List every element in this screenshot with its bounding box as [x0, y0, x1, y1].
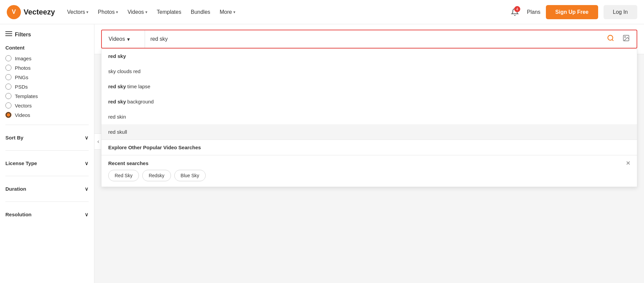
autocomplete-bold-4: red sky: [108, 99, 126, 104]
autocomplete-bold-3: red sky: [108, 84, 126, 89]
content-section-title: Content: [5, 45, 89, 51]
radio-vectors-input[interactable]: [5, 102, 11, 108]
autocomplete-item-4[interactable]: red sky background: [101, 94, 637, 109]
signup-button[interactable]: Sign Up Free: [546, 5, 598, 19]
autocomplete-suffix-4: background: [127, 99, 154, 104]
explore-section: Explore Other Popular Video Searches: [101, 140, 637, 155]
recent-chip-2[interactable]: Redsky: [142, 170, 171, 181]
radio-vectors[interactable]: Vectors: [5, 102, 89, 108]
radio-photos-input[interactable]: [5, 65, 11, 71]
nav-bundles[interactable]: Bundles: [187, 6, 214, 18]
radio-vectors-label: Vectors: [15, 103, 32, 108]
logo[interactable]: V Vecteezy: [7, 5, 55, 19]
radio-images[interactable]: Images: [5, 55, 89, 61]
radio-pngs-input[interactable]: [5, 74, 11, 80]
svg-point-5: [624, 36, 625, 37]
divider-3: [5, 176, 89, 176]
notification-badge: 4: [514, 6, 520, 12]
recent-chip-3[interactable]: Blue Sky: [174, 170, 206, 181]
divider-1: [5, 125, 89, 125]
radio-videos[interactable]: Videos: [5, 112, 89, 118]
image-search-icon: [622, 34, 630, 42]
duration-chevron: ∨: [85, 186, 89, 192]
nav-templates-label: Templates: [157, 9, 181, 15]
resolution-label: Resolution: [5, 212, 32, 217]
sort-by-section[interactable]: Sort By ∨: [5, 130, 89, 145]
autocomplete-text-6: red skull: [108, 129, 127, 135]
resolution-section[interactable]: Resolution ∨: [5, 207, 89, 222]
search-section: Videos ▾: [94, 24, 644, 54]
autocomplete-item-2[interactable]: sky clouds red: [101, 64, 637, 79]
recent-chips: Red Sky Redsky Blue Sky: [101, 170, 637, 187]
license-type-chevron: ∨: [85, 160, 89, 166]
autocomplete-item-1[interactable]: red sky: [101, 49, 637, 64]
svg-point-3: [608, 35, 613, 40]
recent-chip-1[interactable]: Red Sky: [108, 170, 139, 181]
sort-by-chevron: ∨: [85, 134, 89, 141]
radio-photos-label: Photos: [15, 65, 31, 71]
nav-videos-label: Videos: [127, 9, 144, 15]
search-button[interactable]: [603, 32, 618, 46]
divider-2: [5, 150, 89, 151]
radio-videos-label: Videos: [15, 112, 30, 118]
radio-pngs-label: PNGs: [15, 74, 28, 80]
autocomplete-item-3[interactable]: red sky time lapse: [101, 79, 637, 94]
autocomplete-item-5[interactable]: red skin: [101, 109, 637, 124]
autocomplete-text-5: red skin: [108, 114, 126, 120]
image-search-button[interactable]: [618, 32, 634, 46]
content-radio-group: Images Photos PNGs PSDs Templates Vector…: [5, 55, 89, 118]
duration-label: Duration: [5, 186, 26, 192]
autocomplete-item-6[interactable]: red skull: [101, 124, 637, 139]
nav-videos[interactable]: Videos ▾: [123, 6, 151, 18]
radio-pngs[interactable]: PNGs: [5, 74, 89, 80]
duration-section[interactable]: Duration ∨: [5, 182, 89, 196]
content-area: Videos ▾: [94, 24, 644, 283]
autocomplete-dropdown: red sky sky clouds red red sky time laps…: [101, 49, 637, 187]
recent-searches-header: Recent searches ✕: [101, 155, 637, 170]
radio-videos-input[interactable]: [5, 112, 11, 118]
recent-searches-label: Recent searches: [108, 160, 148, 166]
login-button[interactable]: Log In: [604, 5, 637, 19]
radio-templates-input[interactable]: [5, 93, 11, 99]
resolution-chevron: ∨: [85, 211, 89, 218]
header: V Vecteezy Vectors ▾ Photos ▾ Videos ▾ T…: [0, 0, 644, 24]
nav-more[interactable]: More ▾: [216, 6, 239, 18]
search-icon: [607, 34, 614, 42]
nav-more-chevron: ▾: [233, 10, 235, 14]
search-container: Videos ▾: [101, 30, 637, 49]
radio-psds-label: PSDs: [15, 84, 28, 90]
license-type-section[interactable]: License Type ∨: [5, 156, 89, 170]
autocomplete-bold-1: red sky: [108, 53, 126, 59]
radio-psds-input[interactable]: [5, 84, 11, 90]
search-type-select[interactable]: Videos ▾: [105, 30, 145, 48]
main-layout: Filters Content Images Photos PNGs PSDs: [0, 24, 644, 283]
license-type-label: License Type: [5, 160, 37, 166]
sidebar: Filters Content Images Photos PNGs PSDs: [0, 24, 94, 283]
filter-label: Filters: [15, 32, 31, 38]
recent-clear-button[interactable]: ✕: [626, 160, 630, 166]
nav-photos-label: Photos: [98, 9, 115, 15]
nav-bundles-label: Bundles: [191, 9, 210, 15]
radio-templates[interactable]: Templates: [5, 93, 89, 99]
main-nav: Vectors ▾ Photos ▾ Videos ▾ Templates Bu…: [63, 6, 239, 18]
nav-photos[interactable]: Photos ▾: [94, 6, 122, 18]
divider-4: [5, 201, 89, 202]
nav-photos-chevron: ▾: [116, 10, 118, 14]
radio-images-input[interactable]: [5, 55, 11, 61]
radio-photos[interactable]: Photos: [5, 65, 89, 71]
radio-psds[interactable]: PSDs: [5, 84, 89, 90]
nav-videos-chevron: ▾: [145, 10, 147, 14]
nav-templates[interactable]: Templates: [153, 6, 185, 18]
filter-header: Filters: [5, 31, 89, 38]
sort-by-label: Sort By: [5, 135, 23, 140]
nav-vectors[interactable]: Vectors ▾: [63, 6, 92, 18]
logo-icon: V: [7, 5, 21, 19]
search-type-chevron: ▾: [127, 36, 130, 42]
search-type-label: Videos: [109, 36, 125, 42]
collapse-icon: ‹: [97, 138, 99, 145]
search-input[interactable]: [145, 36, 603, 42]
explore-label: Explore Other Popular Video Searches: [108, 145, 201, 150]
notification-button[interactable]: 4: [508, 5, 522, 19]
nav-more-label: More: [220, 9, 232, 15]
plans-link[interactable]: Plans: [527, 9, 540, 15]
